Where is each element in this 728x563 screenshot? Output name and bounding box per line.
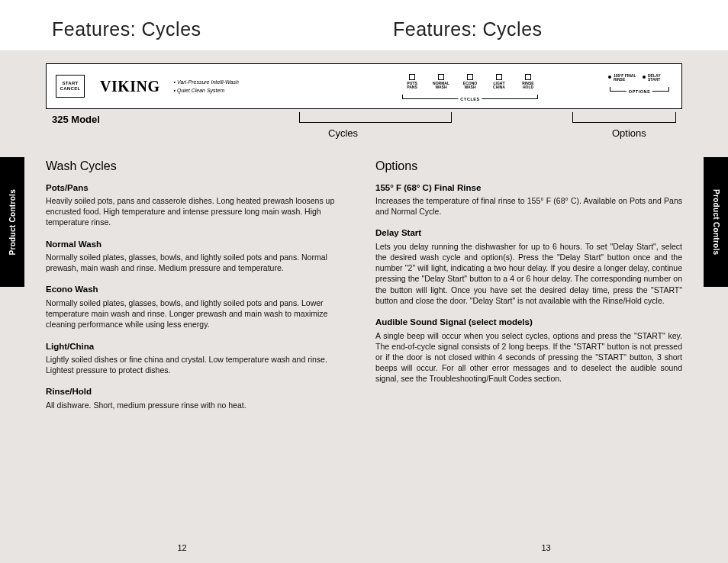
options-heading: Options (375, 158, 682, 175)
options-icon-row: 155°F FINALRINSE DELAYSTART OPTIONS (608, 74, 671, 92)
wash-cycles-heading: Wash Cycles (46, 158, 353, 175)
page-number-left: 12 (0, 543, 364, 552)
panel-features: • Vari-Pressure Intelli-Wash • Quiet Cle… (174, 78, 239, 95)
side-tab-left: Product Controls (0, 157, 24, 287)
cycles-icon-row: POTSPANS NORMALWASH ECONOWASH LIGHTCHINA… (401, 74, 540, 99)
wash-cycles-column: Wash Cycles Pots/PansHeavily soiled pots… (46, 158, 353, 421)
page-title-left: Features: Cycles (0, 18, 387, 40)
control-panel: START CANCEL VIKING • Vari-Pressure Inte… (46, 63, 682, 109)
side-tab-right: Product Controls (704, 157, 728, 287)
model-label: 325 Model (52, 114, 100, 125)
options-callout: Options (612, 127, 646, 139)
page-title-right: Features: Cycles (387, 18, 728, 40)
start-cancel-button: START CANCEL (56, 75, 85, 98)
options-column: Options 155° F (68° C) Final RinseIncrea… (375, 158, 682, 421)
brand-logo: VIKING (100, 78, 160, 95)
cycles-callout: Cycles (328, 127, 358, 139)
page-number-right: 13 (364, 543, 728, 552)
